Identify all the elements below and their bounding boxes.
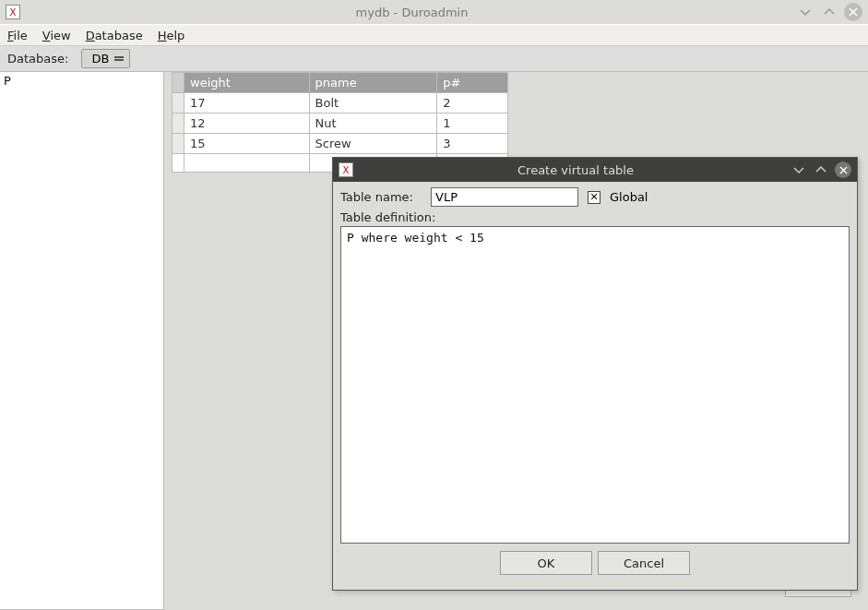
table-row[interactable]: 15 Screw 3 — [172, 134, 508, 154]
cell-weight[interactable]: 12 — [184, 114, 310, 134]
dialog-body: Table name: ✕ Global Table definition: O… — [333, 182, 857, 590]
table-name-label: Table name: — [340, 190, 422, 204]
cell-pnum[interactable]: 3 — [437, 134, 508, 154]
database-selector[interactable]: DB — [81, 49, 130, 68]
dialog-minimize-icon[interactable] — [791, 161, 807, 178]
create-virtual-table-dialog: X Create virtual table Table name: ✕ Glo… — [332, 157, 858, 591]
dialog-window-controls — [791, 161, 851, 178]
app-icon: X — [6, 5, 20, 19]
dialog-button-row: OK Cancel — [340, 544, 850, 584]
col-pnum[interactable]: p# — [437, 73, 508, 93]
toolbar: Database: DB — [0, 46, 868, 72]
dialog-close-icon[interactable] — [835, 161, 851, 178]
global-checkbox[interactable]: ✕ — [588, 191, 600, 204]
dialog-app-icon: X — [339, 162, 353, 177]
close-icon[interactable] — [844, 3, 862, 21]
global-label: Global — [610, 190, 648, 204]
cell-weight[interactable]: 17 — [184, 93, 310, 114]
row-header[interactable] — [172, 154, 184, 173]
col-pname[interactable]: pname — [309, 73, 437, 93]
database-selected-value: DB — [91, 52, 109, 66]
cell-pname[interactable]: Bolt — [309, 93, 437, 114]
row-header[interactable] — [172, 93, 184, 114]
table-name-row: Table name: ✕ Global — [340, 187, 850, 207]
dialog-maximize-icon[interactable] — [813, 161, 829, 178]
window-controls — [796, 3, 862, 21]
table-definition-label: Table definition: — [340, 210, 850, 224]
row-header[interactable] — [172, 134, 184, 154]
table-row[interactable]: 12 Nut 1 — [172, 114, 508, 134]
cell-pnum[interactable]: 2 — [437, 93, 508, 114]
menu-file[interactable]: File — [7, 29, 28, 42]
dialog-title: Create virtual table — [361, 163, 791, 177]
database-label: Database: — [7, 52, 68, 66]
window-title: mydb - Duroadmin — [28, 6, 796, 19]
cell-pname[interactable]: Screw — [309, 134, 437, 154]
dialog-titlebar[interactable]: X Create virtual table — [333, 158, 857, 182]
ok-button[interactable]: OK — [500, 551, 592, 575]
table-definition-input[interactable] — [340, 226, 850, 544]
sidebar: P — [0, 72, 164, 610]
sidebar-item-p[interactable]: P — [4, 74, 160, 88]
cancel-button[interactable]: Cancel — [598, 551, 690, 575]
menu-database[interactable]: Database — [86, 29, 143, 42]
cell-weight[interactable]: 15 — [184, 134, 310, 154]
row-header[interactable] — [172, 114, 184, 134]
minimize-icon[interactable] — [796, 3, 814, 21]
menubar: File View Database Help — [0, 24, 868, 46]
menu-view[interactable]: View — [42, 29, 71, 42]
table-row[interactable]: 17 Bolt 2 — [172, 93, 508, 114]
menu-help[interactable]: Help — [158, 29, 185, 42]
col-weight[interactable]: weight — [184, 73, 310, 93]
table-corner — [172, 73, 184, 93]
cell-pnum[interactable]: 1 — [437, 114, 508, 134]
table-name-input[interactable] — [431, 187, 578, 207]
cell-pname[interactable]: Nut — [309, 114, 437, 134]
maximize-icon[interactable] — [820, 3, 838, 21]
main-titlebar: X mydb - Duroadmin — [0, 0, 868, 24]
